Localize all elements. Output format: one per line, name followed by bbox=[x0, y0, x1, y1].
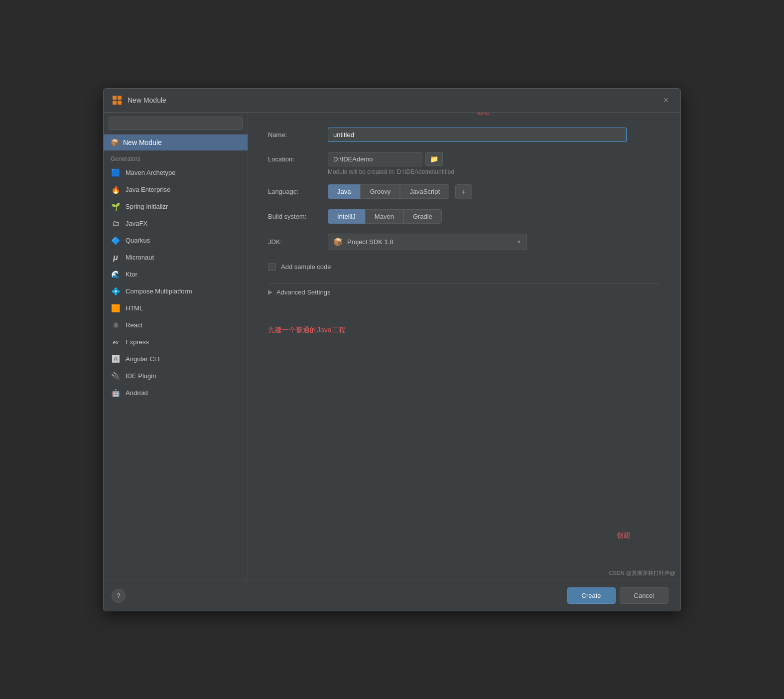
cancel-button[interactable]: Cancel bbox=[620, 587, 668, 604]
dialog-body: 📦 New Module Generators 🟦 Maven Archetyp… bbox=[104, 113, 680, 580]
name-control bbox=[328, 128, 660, 142]
location-label: Location: bbox=[268, 155, 328, 163]
ide-plugin-icon: 🔌 bbox=[111, 371, 121, 381]
android-icon: 🤖 bbox=[111, 388, 121, 398]
build-gradle-btn[interactable]: Gradle bbox=[403, 209, 442, 224]
location-row-wrapper: Location: 📁 Module will be created in: D… bbox=[268, 152, 660, 175]
language-control: Java Groovy JavaScript + bbox=[328, 184, 660, 199]
location-input[interactable] bbox=[328, 152, 422, 166]
maven-icon: 🟦 bbox=[111, 168, 121, 178]
title-bar-left: New Module bbox=[112, 95, 166, 106]
sidebar-item-angular-cli[interactable]: 🅰 Angular CLI bbox=[104, 351, 248, 368]
quarkus-icon: 🔷 bbox=[111, 236, 121, 246]
jdk-icon: 📦 bbox=[333, 237, 343, 247]
name-row: Name: bbox=[268, 128, 660, 142]
sidebar-item-ktor[interactable]: 🌊 Ktor bbox=[104, 266, 248, 283]
jdk-dropdown[interactable]: 📦 Project SDK 1.8 ▼ bbox=[328, 234, 527, 250]
language-row: Language: Java Groovy JavaScript + bbox=[268, 184, 660, 199]
build-system-label: Build system: bbox=[268, 213, 328, 220]
jdk-control: 📦 Project SDK 1.8 ▼ bbox=[328, 234, 660, 250]
sidebar-item-micronaut[interactable]: μ Micronaut bbox=[104, 249, 248, 266]
generators-label: Generators bbox=[104, 150, 248, 164]
advanced-settings-label: Advanced Settings bbox=[276, 288, 330, 296]
name-input[interactable] bbox=[328, 128, 627, 142]
location-control: 📁 bbox=[328, 152, 443, 166]
compose-icon: 💠 bbox=[111, 286, 121, 296]
javafx-icon: 🗂 bbox=[111, 219, 121, 229]
ktor-icon: 🌊 bbox=[111, 270, 121, 280]
help-button[interactable]: ? bbox=[112, 589, 126, 603]
micronaut-icon: μ bbox=[111, 253, 121, 263]
svg-rect-1 bbox=[118, 96, 122, 100]
build-system-row: Build system: IntelliJ Maven Gradle bbox=[268, 209, 660, 224]
annotation-java-project: 先建一个普通的Java工程 bbox=[268, 326, 660, 335]
html-icon: 🟧 bbox=[111, 303, 121, 313]
sidebar-item-html[interactable]: 🟧 HTML bbox=[104, 300, 248, 317]
main-panel: 起名 Name: Location: 📁 Module will be crea… bbox=[248, 113, 680, 580]
advanced-settings-section[interactable]: ▶ Advanced Settings bbox=[268, 283, 660, 301]
dialog-footer: ? Create Cancel bbox=[104, 580, 680, 611]
jdk-row: JDK: 📦 Project SDK 1.8 ▼ bbox=[268, 234, 660, 250]
sidebar-item-android[interactable]: 🤖 Android bbox=[104, 385, 248, 402]
sidebar-item-react[interactable]: ⚛ React bbox=[104, 317, 248, 334]
jdk-arrow-icon: ▼ bbox=[517, 239, 522, 245]
new-module-dialog: New Module × 📦 New Module Generators 🟦 M… bbox=[103, 88, 681, 611]
sample-code-row: Add sample code bbox=[268, 263, 660, 271]
java-enterprise-icon: 🔥 bbox=[111, 185, 121, 195]
close-button[interactable]: × bbox=[659, 94, 672, 107]
annotation-naming: 起名 bbox=[477, 113, 490, 117]
svg-rect-3 bbox=[118, 101, 122, 105]
create-button[interactable]: Create bbox=[567, 587, 616, 604]
sidebar-item-quarkus[interactable]: 🔷 Quarkus bbox=[104, 232, 248, 249]
module-path-hint: Module will be created in: D:\IDEAdemo\u… bbox=[268, 168, 660, 175]
language-javascript-btn[interactable]: JavaScript bbox=[400, 184, 449, 199]
sidebar-item-express[interactable]: ex Express bbox=[104, 334, 248, 351]
build-system-btn-group: IntelliJ Maven Gradle bbox=[328, 209, 660, 224]
sidebar-item-ide-plugin[interactable]: 🔌 IDE Plugin bbox=[104, 368, 248, 385]
title-bar: New Module × bbox=[104, 89, 680, 113]
jdk-label: JDK: bbox=[268, 238, 328, 246]
react-icon: ⚛ bbox=[111, 320, 121, 330]
selected-item-new-module[interactable]: 📦 New Module bbox=[104, 135, 248, 150]
build-maven-btn[interactable]: Maven bbox=[365, 209, 403, 224]
dialog-title: New Module bbox=[128, 96, 166, 104]
annotation-create: 创建 bbox=[617, 531, 631, 540]
sidebar: 📦 New Module Generators 🟦 Maven Archetyp… bbox=[104, 113, 248, 580]
language-groovy-btn[interactable]: Groovy bbox=[360, 184, 400, 199]
browse-button[interactable]: 📁 bbox=[425, 152, 443, 166]
sidebar-item-spring-initializr[interactable]: 🌱 Spring Initializr bbox=[104, 198, 248, 215]
chevron-right-icon: ▶ bbox=[268, 288, 272, 295]
watermark: CSDN @莫斯茅林打叶声@ bbox=[609, 569, 675, 577]
language-add-btn[interactable]: + bbox=[455, 184, 472, 199]
spring-icon: 🌱 bbox=[111, 202, 121, 212]
sample-code-checkbox[interactable] bbox=[268, 263, 276, 271]
sidebar-item-javafx[interactable]: 🗂 JavaFX bbox=[104, 215, 248, 232]
language-java-btn[interactable]: Java bbox=[328, 184, 360, 199]
build-intellij-btn[interactable]: IntelliJ bbox=[328, 209, 365, 224]
new-module-icon: 📦 bbox=[111, 139, 119, 146]
language-btn-group: Java Groovy JavaScript bbox=[328, 184, 449, 199]
svg-rect-0 bbox=[113, 96, 117, 100]
search-bar bbox=[104, 113, 248, 135]
angular-icon: 🅰 bbox=[111, 354, 121, 364]
build-system-control: IntelliJ Maven Gradle bbox=[328, 209, 660, 224]
language-label: Language: bbox=[268, 188, 328, 195]
jdk-value: Project SDK 1.8 bbox=[347, 238, 513, 246]
location-row: Location: 📁 bbox=[268, 152, 660, 166]
search-input[interactable] bbox=[109, 117, 243, 130]
name-label: Name: bbox=[268, 131, 328, 139]
app-icon bbox=[112, 95, 123, 106]
express-icon: ex bbox=[111, 337, 121, 347]
svg-rect-2 bbox=[113, 101, 117, 105]
sidebar-item-compose-multiplatform[interactable]: 💠 Compose Multiplatform bbox=[104, 283, 248, 300]
sample-code-label: Add sample code bbox=[281, 263, 331, 271]
sidebar-item-java-enterprise[interactable]: 🔥 Java Enterprise bbox=[104, 181, 248, 198]
sidebar-item-maven-archetype[interactable]: 🟦 Maven Archetype bbox=[104, 164, 248, 181]
